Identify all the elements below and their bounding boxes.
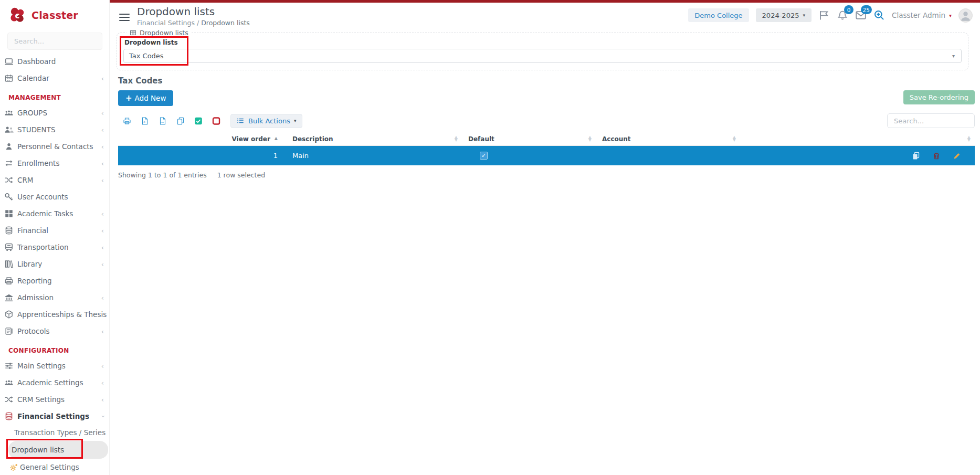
edit-pencil-icon[interactable] <box>953 152 961 160</box>
cell-default: ✓ <box>462 146 596 165</box>
sidebar-subitem-dropdown-lists[interactable]: Dropdown lists <box>8 441 108 459</box>
table-header: View order▲Description▲▼Default▲▼Account… <box>118 133 975 146</box>
sidebar-item-label: CRM <box>17 176 33 184</box>
sidebar-item-label: Apprenticeships & Thesis <box>17 310 107 319</box>
save-reordering-button[interactable]: Save Re-ordering <box>903 90 975 104</box>
sidebar: c Classter DashboardCalendar‹MANAGEMENTG… <box>0 0 110 475</box>
delete-icon[interactable] <box>932 152 941 160</box>
chevron-left-icon: ‹ <box>101 126 104 133</box>
plus-icon: + <box>125 93 132 103</box>
chevron-left-icon: ‹ <box>101 210 104 217</box>
chevron-left-icon: ‹ <box>101 396 104 403</box>
column-header-view-order[interactable]: View order▲ <box>118 133 286 145</box>
column-header-account[interactable]: Account▲▼ <box>596 133 740 145</box>
sidebar-item-admission[interactable]: Admission‹ <box>0 289 109 306</box>
messages-envelope-icon[interactable]: 25 <box>855 9 867 21</box>
sidebar-item-protocols[interactable]: Protocols‹ <box>0 323 109 340</box>
sidebar-item-academic-settings[interactable]: Academic Settings‹ <box>0 374 109 391</box>
academic-year-select[interactable]: 2024-2025 ▾ <box>756 8 812 22</box>
bulk-actions-button[interactable]: Bulk Actions ▾ <box>230 114 302 128</box>
sort-icon: ▲▼ <box>967 136 971 142</box>
cube-icon <box>4 310 14 319</box>
sidebar-subitem-transaction-types-series[interactable]: Transaction Types / Series <box>0 425 109 440</box>
sidebar-item-personnel-contacts[interactable]: Personnel & Contacts‹ <box>0 138 109 155</box>
groups-icon <box>4 378 14 387</box>
sidebar-subitem-general-settings[interactable]: General Settings <box>0 459 109 475</box>
chevron-down-icon: ▾ <box>803 13 805 18</box>
sidebar-item-enrollments[interactable]: Enrollments‹ <box>0 155 109 172</box>
sidebar-item-reporting[interactable]: Reporting <box>0 272 109 289</box>
exchange-icon <box>4 159 14 167</box>
user-menu[interactable]: Classter Admin <box>892 11 945 19</box>
export-excel-icon[interactable]: x <box>141 117 149 125</box>
books-icon <box>4 260 14 268</box>
chevron-down-icon: ▾ <box>294 118 297 123</box>
sidebar-item-label: Financial Settings <box>17 412 89 420</box>
chevron-left-icon: ‹ <box>101 227 104 234</box>
print-icon[interactable] <box>123 117 131 125</box>
sidebar-item-calendar[interactable]: Calendar‹ <box>0 70 109 87</box>
cell-view-order: 1 <box>118 146 286 165</box>
menu-toggle-icon[interactable] <box>119 14 130 29</box>
column-header-description[interactable]: Description▲▼ <box>286 133 462 145</box>
flag-icon[interactable] <box>818 9 830 21</box>
sidebar-item-user-accounts[interactable]: User Accounts <box>0 188 109 205</box>
chevron-left-icon: ‹ <box>101 261 104 268</box>
deselect-square-icon[interactable] <box>212 117 220 125</box>
dropdown-lists-select[interactable]: Tax Codes ▾ <box>123 49 962 63</box>
sidebar-search-input[interactable] <box>7 33 102 50</box>
sidebar-item-groups[interactable]: GROUPS‹ <box>0 104 109 121</box>
sidebar-item-crm-settings[interactable]: CRM Settings‹ <box>0 391 109 408</box>
sidebar-item-academic-tasks[interactable]: Academic Tasks‹ <box>0 205 109 222</box>
sidebar-item-label: Calendar <box>17 74 49 82</box>
sidebar-item-dashboard[interactable]: Dashboard <box>0 53 109 70</box>
sidebar-item-crm[interactable]: CRM‹ <box>0 172 109 188</box>
sidebar-item-label: Personnel & Contacts <box>17 142 93 151</box>
shuffle-icon <box>4 176 14 184</box>
avatar[interactable] <box>958 8 973 23</box>
sidebar-subitem-label: Transaction Types / Series <box>14 428 106 437</box>
printer-icon <box>4 277 14 285</box>
export-csv-icon[interactable]: csv <box>159 117 167 125</box>
column-header-default[interactable]: Default▲▼ <box>462 133 596 145</box>
brand[interactable]: c Classter <box>0 0 109 27</box>
sidebar-subitem-label: General Settings <box>20 463 79 471</box>
copy-icon[interactable] <box>176 117 185 125</box>
sidebar-item-transportation[interactable]: Transportation‹ <box>0 239 109 256</box>
select-all-check-icon[interactable] <box>194 117 203 125</box>
column-header-actions[interactable]: ▲▼ <box>740 133 975 145</box>
duplicate-icon[interactable] <box>912 152 920 160</box>
sidebar-item-financial-settings[interactable]: Financial Settings‹ <box>0 408 109 425</box>
add-new-button[interactable]: + Add New <box>118 90 173 106</box>
page-title: Dropdown lists <box>137 5 250 18</box>
groups-icon <box>4 109 14 117</box>
notifications-badge: 0 <box>844 5 853 14</box>
sort-icon: ▲▼ <box>733 136 736 142</box>
college-button[interactable]: Demo College <box>688 8 749 22</box>
sidebar-item-label: Admission <box>17 293 54 302</box>
sidebar-item-label: Protocols <box>17 327 49 335</box>
selection-note: 1 row selected <box>217 171 265 179</box>
breadcrumb-parent[interactable]: Financial Settings <box>137 19 195 27</box>
chevron-down-icon: ‹ <box>99 415 106 417</box>
column-label: Description <box>292 135 333 143</box>
sidebar-item-students[interactable]: STUDENTS‹ <box>0 121 109 138</box>
sidebar-item-financial[interactable]: Financial‹ <box>0 222 109 239</box>
sidebar-subitem-label: Dropdown lists <box>12 446 64 454</box>
chevron-left-icon: ‹ <box>101 379 104 386</box>
shuffle-icon <box>4 395 14 404</box>
table-row[interactable]: 1Main✓ <box>118 146 975 165</box>
list-icon <box>237 117 245 124</box>
sidebar-item-label: Reporting <box>17 277 52 285</box>
chevron-left-icon: ‹ <box>101 311 104 318</box>
table-search-input[interactable] <box>887 113 975 128</box>
user-chevron-down-icon[interactable]: ▾ <box>949 13 952 18</box>
sidebar-item-apprenticeships-thesis[interactable]: Apprenticeships & Thesis‹ <box>0 306 109 323</box>
zoom-in-icon[interactable] <box>873 9 885 21</box>
sidebar-item-library[interactable]: Library‹ <box>0 256 109 272</box>
default-checkbox[interactable]: ✓ <box>480 152 488 160</box>
sidebar-item-main-settings[interactable]: Main Settings‹ <box>0 357 109 374</box>
academic-year-value: 2024-2025 <box>762 12 799 19</box>
notifications-bell-icon[interactable]: 0 <box>837 9 848 21</box>
chevron-left-icon: ‹ <box>101 177 104 184</box>
